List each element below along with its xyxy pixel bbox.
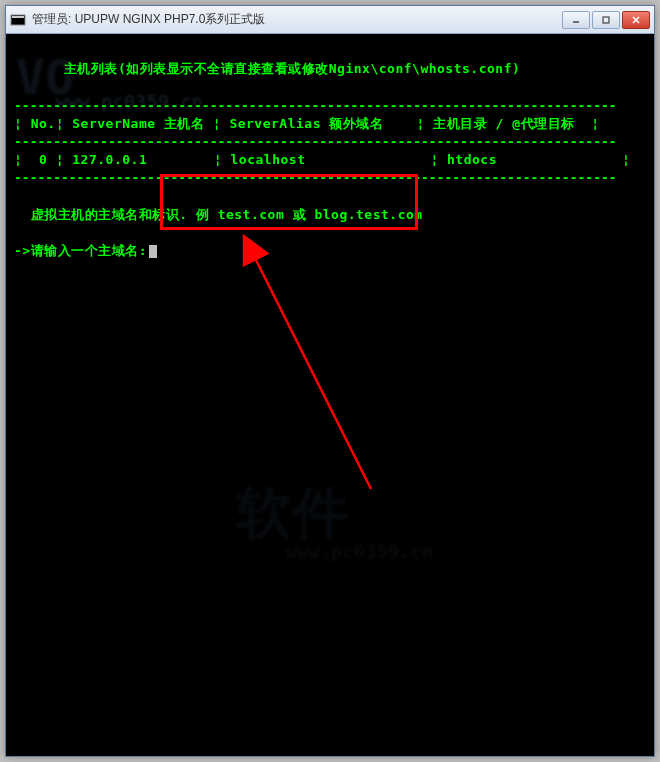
window-title: 管理员: UPUPW NGINX PHP7.0系列正式版 [32,11,562,28]
svg-rect-3 [603,17,609,23]
terminal-window: 管理员: UPUPW NGINX PHP7.0系列正式版 主机列表(如列表显示不… [5,5,655,757]
window-controls [562,11,650,29]
minimize-button[interactable] [562,11,590,29]
divider-top: ----------------------------------------… [14,97,646,115]
prompt-line[interactable]: ->请输入一个主域名: [14,242,646,260]
cursor [149,245,157,258]
svg-rect-1 [12,16,24,18]
terminal-body[interactable]: 主机列表(如列表显示不全请直接查看或修改Nginx\conf\whosts.co… [6,34,654,756]
titlebar[interactable]: 管理员: UPUPW NGINX PHP7.0系列正式版 [6,6,654,34]
app-icon [10,12,26,28]
maximize-button[interactable] [592,11,620,29]
divider-bottom: ----------------------------------------… [14,169,646,187]
watermark-text: 软件 [236,474,349,552]
watermark-url-2: www.pc0359.cn [286,539,433,564]
divider-mid: ----------------------------------------… [14,133,646,151]
list-title-line: 主机列表(如列表显示不全请直接查看或修改Nginx\conf\whosts.co… [14,42,646,97]
table-row: ¦ 0 ¦ 127.0.0.1 ¦ localhost ¦ htdocs ¦ [14,151,646,169]
svg-line-6 [254,256,371,489]
close-button[interactable] [622,11,650,29]
table-header: ¦ No.¦ ServerName 主机名 ¦ ServerAlias 额外域名… [14,115,646,133]
hint-line: 虚拟主机的主域名和标识. 例 test.com 或 blog.test.com [14,206,646,224]
